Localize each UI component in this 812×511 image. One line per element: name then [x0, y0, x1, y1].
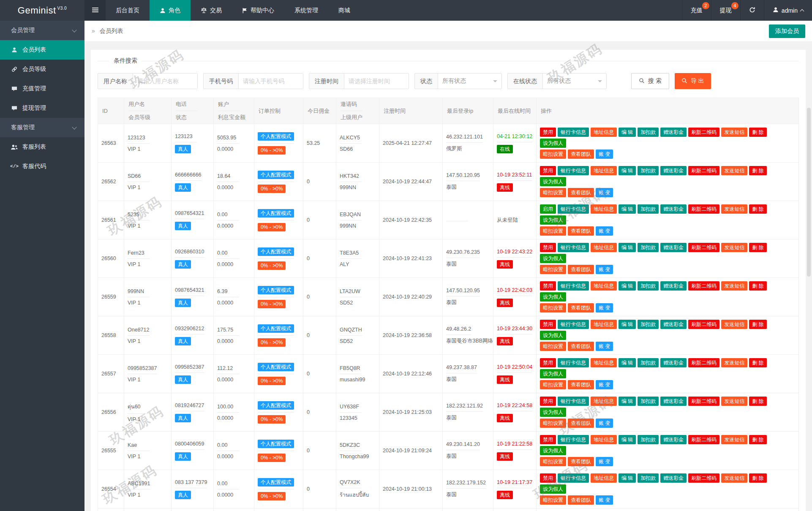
action-address-info-button[interactable]: 地址信息 [591, 243, 617, 252]
action-address-info-button[interactable]: 地址信息 [591, 281, 617, 291]
action-hidden-deduct-button[interactable]: 暗扣设置 [540, 495, 566, 505]
nav-item-2[interactable]: 角色 [150, 0, 191, 21]
action-adjust-balance-button[interactable]: 加扣款 [638, 243, 659, 252]
action-account-change-button[interactable]: 账 变 [596, 457, 613, 466]
action-adjust-balance-button[interactable]: 加扣款 [638, 397, 659, 406]
user-menu[interactable]: admin [764, 0, 812, 21]
action-set-fake-button[interactable]: 设为假人 [540, 215, 566, 225]
config-mode-badge[interactable]: 个人配置模式 [258, 132, 294, 141]
add-member-button[interactable]: 添加会员 [769, 24, 805, 38]
action-account-change-button[interactable]: 账 变 [596, 495, 613, 505]
action-hidden-deduct-button[interactable]: 暗扣设置 [540, 303, 566, 313]
action-account-change-button[interactable]: 账 变 [596, 265, 613, 274]
action-address-info-button[interactable]: 地址信息 [591, 166, 617, 175]
export-button[interactable]: 导 出 [675, 73, 711, 89]
action-adjust-balance-button[interactable]: 加扣款 [638, 358, 659, 367]
action-adjust-balance-button[interactable]: 加扣款 [638, 281, 659, 291]
action-delete-button[interactable]: 删 除 [749, 204, 766, 214]
action-adjust-balance-button[interactable]: 加扣款 [638, 204, 659, 214]
action-refresh-qrcode-button[interactable]: 刷新二维码 [688, 473, 719, 483]
sidebar-group-2[interactable]: 客服管理 [0, 118, 84, 137]
action-view-team-button[interactable]: 查看团队 [568, 303, 594, 313]
action-view-team-button[interactable]: 查看团队 [568, 149, 594, 159]
action-enable-button[interactable]: 启用 [540, 204, 556, 214]
action-adjust-balance-button[interactable]: 加扣款 [638, 166, 659, 175]
action-view-team-button[interactable]: 查看团队 [568, 495, 594, 505]
nav-item-5[interactable]: 系统管理 [284, 0, 328, 21]
action-bank-card-info-button[interactable]: 银行卡信息 [558, 397, 589, 406]
action-gift-bonus-button[interactable]: 赠送彩金 [660, 358, 687, 367]
action-bank-card-info-button[interactable]: 银行卡信息 [558, 320, 589, 329]
action-edit-button[interactable]: 编 辑 [619, 166, 636, 175]
action-address-info-button[interactable]: 地址信息 [591, 397, 617, 406]
action-gift-bonus-button[interactable]: 赠送彩金 [660, 473, 687, 483]
sidebar-group-1[interactable]: 会员管理 [0, 21, 84, 40]
action-refresh-qrcode-button[interactable]: 刷新二维码 [688, 358, 719, 367]
action-gift-bonus-button[interactable]: 赠送彩金 [660, 281, 687, 291]
action-disable-button[interactable]: 禁用 [540, 473, 556, 483]
action-bank-card-info-button[interactable]: 银行卡信息 [558, 281, 589, 291]
action-edit-button[interactable]: 编 辑 [619, 435, 636, 444]
action-bank-card-info-button[interactable]: 银行卡信息 [558, 128, 589, 137]
action-hidden-deduct-button[interactable]: 暗扣设置 [540, 457, 566, 466]
action-disable-button[interactable]: 禁用 [540, 435, 556, 444]
action-address-info-button[interactable]: 地址信息 [591, 320, 617, 329]
config-mode-badge[interactable]: 个人配置模式 [258, 286, 294, 294]
action-disable-button[interactable]: 禁用 [540, 281, 556, 291]
action-edit-button[interactable]: 编 辑 [619, 358, 636, 367]
action-set-fake-button[interactable]: 设为假人 [540, 331, 566, 340]
action-gift-bonus-button[interactable]: 赠送彩金 [660, 397, 687, 406]
rate-badge[interactable]: 0% - >0% [258, 261, 286, 270]
action-send-sms-button[interactable]: 发送短信 [721, 243, 747, 252]
action-refresh-qrcode-button[interactable]: 刷新二维码 [688, 166, 719, 175]
rate-badge[interactable]: 0% - >0% [258, 415, 286, 424]
action-disable-button[interactable]: 禁用 [540, 166, 556, 175]
config-mode-badge[interactable]: 个人配置模式 [258, 324, 294, 333]
action-hidden-deduct-button[interactable]: 暗扣设置 [540, 188, 566, 197]
action-account-change-button[interactable]: 账 变 [596, 303, 613, 313]
sidebar-item[interactable]: 会员等级 [0, 60, 84, 79]
action-adjust-balance-button[interactable]: 加扣款 [638, 473, 659, 483]
action-delete-button[interactable]: 删 除 [749, 128, 766, 137]
action-refresh-qrcode-button[interactable]: 刷新二维码 [688, 128, 719, 137]
search-button[interactable]: 搜 索 [631, 73, 669, 89]
action-view-team-button[interactable]: 查看团队 [568, 419, 594, 428]
action-delete-button[interactable]: 删 除 [749, 320, 766, 329]
sidebar-item[interactable]: 客服列表 [0, 137, 84, 157]
rate-badge[interactable]: 0% - >0% [258, 223, 286, 231]
action-gift-bonus-button[interactable]: 赠送彩金 [660, 435, 687, 444]
action-bank-card-info-button[interactable]: 银行卡信息 [558, 204, 589, 214]
config-mode-badge[interactable]: 个人配置模式 [258, 363, 294, 371]
config-mode-badge[interactable]: 个人配置模式 [258, 401, 294, 410]
action-edit-button[interactable]: 编 辑 [619, 243, 636, 252]
action-adjust-balance-button[interactable]: 加扣款 [638, 128, 659, 137]
action-edit-button[interactable]: 编 辑 [619, 473, 636, 483]
action-delete-button[interactable]: 删 除 [749, 358, 766, 367]
action-set-fake-button[interactable]: 设为假人 [540, 484, 566, 494]
action-set-fake-button[interactable]: 设为假人 [540, 446, 566, 455]
menu-toggle-button[interactable] [84, 0, 106, 21]
action-address-info-button[interactable]: 地址信息 [591, 204, 617, 214]
action-send-sms-button[interactable]: 发送短信 [721, 473, 747, 483]
action-edit-button[interactable]: 编 辑 [619, 320, 636, 329]
vertical-scrollbar-thumb[interactable] [807, 108, 811, 277]
action-refresh-qrcode-button[interactable]: 刷新二维码 [688, 397, 719, 406]
sidebar-item[interactable]: 会员列表 [0, 40, 84, 60]
config-mode-badge[interactable]: 个人配置模式 [258, 478, 294, 487]
action-delete-button[interactable]: 删 除 [749, 397, 766, 406]
action-edit-button[interactable]: 编 辑 [619, 397, 636, 406]
action-account-change-button[interactable]: 账 变 [596, 188, 613, 197]
rate-badge[interactable]: 0% - >0% [258, 377, 286, 385]
search-select-4[interactable]: 所有状态 [438, 73, 501, 89]
action-bank-card-info-button[interactable]: 银行卡信息 [558, 166, 589, 175]
action-delete-button[interactable]: 删 除 [749, 243, 766, 252]
config-mode-badge[interactable]: 个人配置模式 [258, 171, 294, 179]
action-send-sms-button[interactable]: 发送短信 [721, 204, 747, 214]
action-adjust-balance-button[interactable]: 加扣款 [638, 320, 659, 329]
action-hidden-deduct-button[interactable]: 暗扣设置 [540, 342, 566, 351]
action-account-change-button[interactable]: 账 变 [596, 380, 613, 389]
action-view-team-button[interactable]: 查看团队 [568, 457, 594, 466]
action-hidden-deduct-button[interactable]: 暗扣设置 [540, 265, 566, 274]
action-send-sms-button[interactable]: 发送短信 [721, 397, 747, 406]
search-input-1[interactable] [133, 73, 197, 89]
